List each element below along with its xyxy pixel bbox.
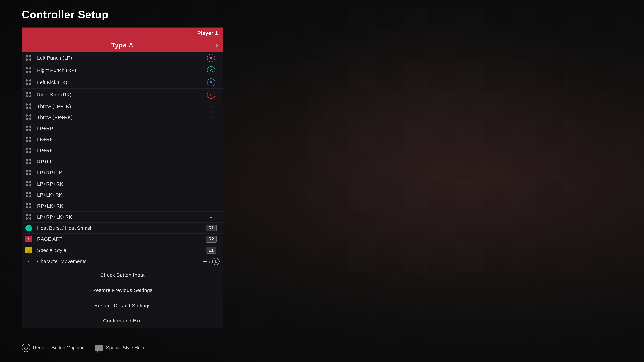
row-label-lp-rp-rk: LP+RP+RK <box>36 181 200 187</box>
mapping-row-lp-rp-lk[interactable]: LP+RP+LK -- <box>22 167 223 178</box>
remove-mapping-icon-btn <box>22 344 30 352</box>
ps-circle-icon: ○ <box>207 91 215 99</box>
row-icon-lp-lk-rk <box>22 192 36 198</box>
row-label-lp-rp-lk-rk: LP+RP+LK+RK <box>36 214 200 220</box>
row-value-lp-rp-lk: -- <box>200 170 223 175</box>
row-label-lp-rp-lk: LP+RP+LK <box>36 170 200 176</box>
row-value-lp-rk: -- <box>200 148 223 153</box>
bottom-bar: Remove Button Mapping Special Style Help <box>22 344 144 352</box>
left-arrow-icon: ‹ <box>28 259 29 264</box>
mapping-row-lk-rk[interactable]: LK+RK -- <box>22 134 223 145</box>
mapping-row-rage-art[interactable]: ✦ RAGE ART R2 <box>22 234 223 245</box>
row-value-throw-lp-lk: -- <box>200 104 223 109</box>
row-value-rp-lk-rk: -- <box>200 203 223 209</box>
row-value-special-style: L1 <box>200 247 223 254</box>
ps-triangle-icon: △ <box>207 66 215 74</box>
mapping-row-throw-rp-rk[interactable]: Throw (RP+RK) -- <box>22 112 223 123</box>
row-icon-lp <box>22 55 36 61</box>
row-label-throw-rp-rk: Throw (RP+RK) <box>36 115 200 120</box>
row-label-rp-lk: RP+LK <box>36 159 200 165</box>
row-icon-lk <box>22 79 36 85</box>
mapping-row-lk[interactable]: Left Kick (LK) ✕ <box>22 76 223 89</box>
row-icon-rk <box>22 92 36 98</box>
mapping-row-lp-rp-rk[interactable]: LP+RP+RK -- <box>22 178 223 189</box>
mapping-list: Left Punch (LP) ■ Right Punch (RP) △ <box>22 52 223 267</box>
row-icon-throw-lp-lk <box>22 103 36 109</box>
ps-small-circle-icon <box>24 346 28 350</box>
row-value-lp: ■ <box>200 54 223 62</box>
row-icon-throw-rp-rk <box>22 114 36 120</box>
speech-bubble-icon <box>94 345 103 351</box>
row-label-lk: Left Kick (LK) <box>36 80 200 85</box>
ps-square-icon: ■ <box>207 54 215 62</box>
mapping-row-lp[interactable]: Left Punch (LP) ■ <box>22 52 223 64</box>
row-label-rp-lk-rk: RP+LK+RK <box>36 203 200 209</box>
row-label-lk-rk: LK+RK <box>36 137 200 142</box>
confirm-exit-btn[interactable]: Confirm and Exit <box>22 313 223 328</box>
controller-setup-panel: Player 1 Type A › Left Punch (LP) ■ <box>22 27 223 329</box>
row-icon-lp-rk <box>22 148 36 154</box>
row-icon-char-movements: ‹ <box>22 259 36 264</box>
mapping-row-char-movements[interactable]: ‹ Character Movements ✛ / L <box>22 256 223 267</box>
row-value-lk-rk: -- <box>200 137 223 142</box>
row-icon-lp-rp <box>22 125 36 132</box>
check-button-input-btn[interactable]: Check Button Input <box>22 268 223 283</box>
heat-burst-icon: ⊛ <box>26 225 32 231</box>
mapping-row-special-style[interactable]: ⊞ Special Style L1 <box>22 245 223 256</box>
row-icon-heat: ⊛ <box>22 225 36 231</box>
special-style-icon: ⊞ <box>26 247 32 253</box>
mapping-row-lp-rp-lk-rk[interactable]: LP+RP+LK+RK -- <box>22 212 223 223</box>
row-label-throw-lp-lk: Throw (LP+LK) <box>36 104 200 109</box>
row-label-lp-rp: LP+RP <box>36 126 200 131</box>
row-value-lk: ✕ <box>200 78 223 86</box>
svg-point-0 <box>24 346 28 350</box>
mapping-row-lp-lk-rk[interactable]: LP+LK+RK -- <box>22 189 223 200</box>
row-label-rp: Right Punch (RP) <box>36 67 200 73</box>
row-label-lp-rk: LP+RK <box>36 148 200 153</box>
row-icon-rp-lk-rk <box>22 203 36 209</box>
main-container: Controller Setup Player 1 Type A › Left … <box>0 0 644 362</box>
left-stick-icon: L <box>212 258 220 265</box>
special-style-help-action: Special Style Help <box>94 345 144 351</box>
mapping-row-rk[interactable]: Right Kick (RK) ○ <box>22 89 223 101</box>
mapping-row-rp[interactable]: Right Punch (RP) △ <box>22 64 223 76</box>
restore-default-btn[interactable]: Restore Default Settings <box>22 298 223 313</box>
char-move-controls: ✛ / L <box>202 258 223 265</box>
l1-badge: L1 <box>206 247 216 254</box>
row-value-heat-burst: R1 <box>200 225 223 231</box>
row-value-rage-art: R2 <box>200 236 223 243</box>
row-value-lp-rp: -- <box>200 126 223 131</box>
row-icon-rp <box>22 67 36 73</box>
row-icon-lp-rp-rk <box>22 181 36 187</box>
mapping-row-lp-rp[interactable]: LP+RP -- <box>22 123 223 134</box>
row-label-lp: Left Punch (LP) <box>36 55 200 61</box>
mapping-row-lp-rk[interactable]: LP+RK -- <box>22 145 223 156</box>
row-value-throw-rp-rk: -- <box>200 115 223 120</box>
row-label-rage-art: RAGE ART <box>36 236 200 242</box>
r2-badge: R2 <box>206 236 216 243</box>
row-label-lp-lk-rk: LP+LK+RK <box>36 192 200 198</box>
dpad-icon: ✛ <box>202 258 208 265</box>
row-value-lp-lk-rk: -- <box>200 192 223 198</box>
mapping-row-rp-lk-rk[interactable]: RP+LK+RK -- <box>22 200 223 212</box>
row-value-lp-rp-rk: -- <box>200 181 223 187</box>
player-label: Player 1 <box>197 30 218 36</box>
page-title: Controller Setup <box>22 8 644 21</box>
row-value-rp-lk: -- <box>200 159 223 164</box>
restore-previous-btn[interactable]: Restore Previous Settings <box>22 283 223 298</box>
mapping-row-rp-lk[interactable]: RP+LK -- <box>22 156 223 167</box>
mapping-row-heat-burst[interactable]: ⊛ Heat Burst / Heat Smash R1 <box>22 223 223 234</box>
slash-separator: / <box>209 259 210 264</box>
remove-mapping-action: Remove Button Mapping <box>22 344 84 352</box>
special-style-help-label: Special Style Help <box>106 345 144 351</box>
mapping-row-throw-lp-lk[interactable]: Throw (LP+LK) -- <box>22 101 223 112</box>
type-label: Type A <box>111 42 134 49</box>
row-icon-rage: ✦ <box>22 236 36 242</box>
type-selector-row[interactable]: Type A › <box>22 38 223 52</box>
row-value-rp: △ <box>200 66 223 74</box>
rage-art-icon: ✦ <box>26 236 32 242</box>
type-arrow-icon: › <box>216 42 218 49</box>
r1-badge: R1 <box>206 225 216 231</box>
row-label-heat-burst: Heat Burst / Heat Smash <box>36 225 200 231</box>
action-buttons: Check Button Input Restore Previous Sett… <box>22 267 223 328</box>
